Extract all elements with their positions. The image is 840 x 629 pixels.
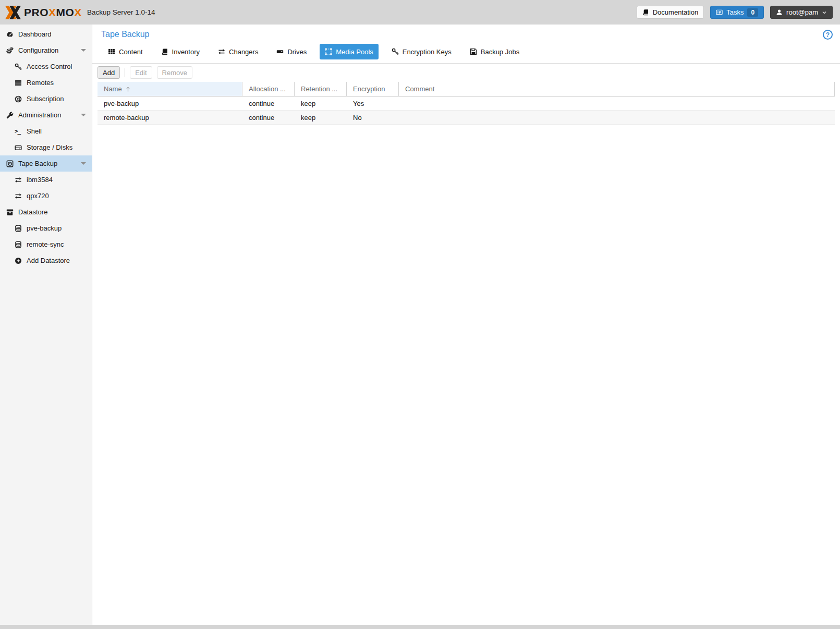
cell-allocation: continue — [242, 96, 295, 110]
tape-backup-tabbar: Content Inventory Ch — [92, 42, 840, 64]
tasks-button[interactable]: Tasks 0 — [710, 6, 764, 19]
table-row-remote-backup[interactable]: remote-backup continue keep No — [98, 111, 835, 125]
sidebar-item-dashboard[interactable]: Dashboard — [0, 26, 92, 42]
tape-drive-icon — [276, 48, 284, 55]
toolbar-separator — [125, 68, 125, 77]
sidebar-item-label: Storage / Disks — [27, 143, 72, 151]
content-panel: Tape Backup ? Content — [92, 25, 840, 625]
cell-encryption: Yes — [347, 96, 399, 110]
book-icon — [161, 48, 168, 55]
sidebar-item-label: pve-backup — [27, 224, 62, 232]
sidebar-navigation: Dashboard Configuration Access Control — [0, 25, 92, 625]
wrench-icon — [6, 112, 14, 119]
object-group-icon — [325, 48, 332, 55]
sidebar-item-storage-disks[interactable]: Storage / Disks — [0, 139, 92, 155]
archive-box-icon — [6, 209, 14, 216]
sidebar-item-label: Access Control — [27, 63, 72, 70]
product-title: Backup Server 1.0-14 — [87, 8, 155, 16]
user-menu-button[interactable]: root@pam — [770, 6, 833, 19]
tab-label: Encryption Keys — [403, 48, 452, 56]
sort-ascending-icon — [125, 86, 131, 92]
key-icon — [392, 48, 399, 55]
support-ring-icon — [15, 95, 22, 103]
column-header-comment[interactable]: Comment — [399, 82, 835, 96]
cell-retention: keep — [295, 111, 347, 124]
sidebar-item-remote-sync[interactable]: remote-sync — [0, 236, 92, 252]
top-header-bar: PROXMOX Backup Server 1.0-14 Documentati… — [0, 0, 840, 25]
tab-label: Inventory — [172, 48, 200, 56]
add-button[interactable]: Add — [98, 66, 120, 79]
tab-drives[interactable]: Drives — [271, 44, 312, 59]
tab-changers[interactable]: Changers — [213, 44, 263, 59]
cell-name: remote-backup — [98, 111, 242, 124]
cell-comment — [399, 96, 835, 110]
terminal-icon: >_ — [15, 128, 22, 135]
tab-label: Backup Jobs — [481, 48, 519, 56]
sidebar-item-label: ibm3584 — [27, 176, 53, 184]
tape-icon — [6, 160, 14, 167]
sidebar-item-label: Remotes — [27, 79, 54, 87]
main-area: Dashboard Configuration Access Control — [0, 25, 840, 625]
proxmox-wordmark: PROXMOX — [24, 6, 82, 19]
column-header-allocation[interactable]: Allocation ... — [242, 82, 295, 96]
tab-inventory[interactable]: Inventory — [156, 44, 205, 59]
collapse-caret-icon[interactable] — [81, 49, 86, 52]
column-header-retention[interactable]: Retention ... — [295, 82, 347, 96]
sidebar-item-subscription[interactable]: Subscription — [0, 91, 92, 107]
sidebar-item-configuration[interactable]: Configuration — [0, 42, 92, 58]
cell-name: pve-backup — [98, 96, 242, 110]
database-icon — [15, 241, 22, 248]
media-pools-table: Name Allocation ... Retention ... Encryp… — [98, 82, 835, 125]
documentation-label: Documentation — [653, 8, 698, 16]
cell-encryption: No — [347, 111, 399, 124]
key-icon — [15, 63, 22, 70]
sidebar-item-label: Subscription — [27, 95, 64, 103]
sidebar-item-label: remote-sync — [27, 240, 64, 248]
collapse-caret-icon[interactable] — [81, 114, 86, 116]
book-icon — [642, 9, 649, 16]
tab-backup-jobs[interactable]: Backup Jobs — [465, 44, 525, 59]
grid-icon — [108, 48, 115, 55]
database-icon — [15, 225, 22, 232]
tab-media-pools[interactable]: Media Pools — [320, 44, 379, 59]
sidebar-item-administration[interactable]: Administration — [0, 107, 92, 123]
sidebar-item-pve-backup[interactable]: pve-backup — [0, 220, 92, 236]
exchange-arrows-icon — [218, 48, 225, 55]
proxmox-x-logo-icon — [5, 5, 21, 20]
sidebar-item-shell[interactable]: >_ Shell — [0, 123, 92, 139]
table-row-pve-backup[interactable]: pve-backup continue keep Yes — [98, 96, 835, 111]
sidebar-item-label: Administration — [18, 111, 61, 119]
sidebar-item-ibm3584[interactable]: ibm3584 — [0, 172, 92, 188]
column-header-encryption[interactable]: Encryption — [347, 82, 399, 96]
sidebar-item-access-control[interactable]: Access Control — [0, 58, 92, 75]
help-icon[interactable]: ? — [823, 30, 833, 40]
tasks-label: Tasks — [726, 8, 744, 16]
cell-retention: keep — [295, 96, 347, 110]
sidebar-item-tape-backup[interactable]: Tape Backup — [0, 155, 92, 172]
exchange-arrows-icon — [15, 192, 22, 200]
tasks-count-badge: 0 — [747, 8, 758, 17]
table-header-row: Name Allocation ... Retention ... Encryp… — [98, 82, 835, 96]
cell-allocation: continue — [242, 111, 295, 124]
list-icon — [15, 79, 22, 87]
sidebar-item-qpx720[interactable]: qpx720 — [0, 188, 92, 204]
collapse-caret-icon[interactable] — [81, 162, 86, 165]
cell-comment — [399, 111, 835, 124]
documentation-button[interactable]: Documentation — [637, 6, 704, 19]
sidebar-item-add-datastore[interactable]: Add Datastore — [0, 252, 92, 269]
sidebar-item-label: Tape Backup — [18, 160, 57, 167]
sidebar-item-datastore[interactable]: Datastore — [0, 204, 92, 220]
edit-button[interactable]: Edit — [130, 66, 152, 79]
column-header-name[interactable]: Name — [98, 82, 242, 96]
sidebar-item-label: Shell — [27, 127, 42, 135]
hdd-icon — [15, 144, 22, 151]
exchange-arrows-icon — [15, 176, 22, 184]
gears-icon — [6, 47, 14, 54]
sidebar-item-remotes[interactable]: Remotes — [0, 75, 92, 91]
tab-encryption-keys[interactable]: Encryption Keys — [386, 44, 457, 59]
remove-button[interactable]: Remove — [157, 66, 192, 79]
task-list-icon — [716, 9, 723, 16]
tab-content[interactable]: Content — [103, 44, 148, 59]
page-title: Tape Backup — [101, 30, 150, 39]
gauge-icon — [6, 31, 14, 38]
